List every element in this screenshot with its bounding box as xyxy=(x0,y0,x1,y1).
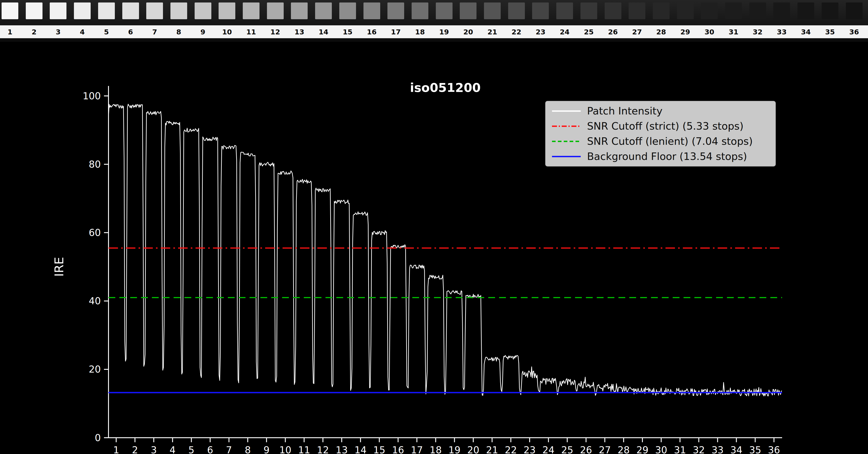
y-tick-label: 80 xyxy=(89,159,101,170)
gray-patch-2 xyxy=(26,2,42,19)
gray-patch-3 xyxy=(50,2,66,19)
gray-patch-35 xyxy=(822,2,838,19)
x-tick-label: 13 xyxy=(336,445,348,454)
legend-label: Patch Intensity xyxy=(587,105,662,117)
y-axis-title: IRE xyxy=(52,257,66,277)
y-tick-label: 40 xyxy=(89,295,101,307)
y-tick-label: 60 xyxy=(89,227,101,238)
gray-patch-31 xyxy=(725,2,742,19)
patch-number-29: 29 xyxy=(680,28,690,36)
gray-patch-8 xyxy=(170,2,187,19)
x-tick-label: 3 xyxy=(151,445,157,454)
patch-number-8: 8 xyxy=(176,28,181,36)
x-tick-label: 16 xyxy=(392,445,404,454)
x-tick-label: 22 xyxy=(505,445,517,454)
patch-number-22: 22 xyxy=(512,28,521,36)
y-tick-label: 20 xyxy=(89,364,101,375)
patch-number-23: 23 xyxy=(536,28,546,36)
patch-number-6: 6 xyxy=(128,28,133,36)
patch-number-17: 17 xyxy=(391,28,401,36)
patch-number-36: 36 xyxy=(849,28,859,36)
gray-patch-30 xyxy=(701,2,718,19)
gray-patch-16 xyxy=(364,2,380,19)
x-tick-label: 18 xyxy=(430,445,442,454)
patch-number-2: 2 xyxy=(32,28,37,36)
x-tick-label: 14 xyxy=(354,445,366,454)
patch-number-3: 3 xyxy=(56,28,61,36)
legend-entry: SNR Cutoff (strict) (5.33 stops) xyxy=(551,120,770,132)
gray-patch-33 xyxy=(773,2,790,19)
gray-patch-23 xyxy=(532,2,549,19)
chart: iso051200 020406080100123456789101112131… xyxy=(0,42,868,454)
gray-patch-22 xyxy=(508,2,525,19)
y-tick-label: 100 xyxy=(83,90,101,102)
gray-patch-6 xyxy=(122,2,139,19)
patch-number-1: 1 xyxy=(7,28,12,36)
patch-number-30: 30 xyxy=(705,28,714,36)
x-tick-label: 19 xyxy=(448,445,460,454)
x-tick-label: 11 xyxy=(298,445,310,454)
patch-number-11: 11 xyxy=(246,28,256,36)
legend-entry: SNR Cutoff (lenient) (7.04 stops) xyxy=(551,135,770,147)
gray-patch-24 xyxy=(556,2,573,19)
patch-number-14: 14 xyxy=(319,28,329,36)
gray-patch-13 xyxy=(291,2,308,19)
x-tick-label: 12 xyxy=(317,445,329,454)
gray-patch-25 xyxy=(581,2,597,19)
gray-patch-29 xyxy=(677,2,694,19)
gray-patch-17 xyxy=(388,2,404,19)
patch-number-20: 20 xyxy=(463,28,473,36)
legend-entry: Patch Intensity xyxy=(551,105,770,117)
patch-number-34: 34 xyxy=(801,28,811,36)
patch-number-7: 7 xyxy=(152,28,157,36)
x-tick-label: 26 xyxy=(580,445,592,454)
x-tick-label: 5 xyxy=(188,445,194,454)
patch-number-35: 35 xyxy=(825,28,835,36)
legend-line-sample xyxy=(551,137,582,146)
x-tick-label: 17 xyxy=(411,445,423,454)
x-tick-label: 4 xyxy=(169,445,176,454)
patch-number-25: 25 xyxy=(584,28,594,36)
gray-patch-21 xyxy=(484,2,501,19)
gray-patch-26 xyxy=(604,2,621,19)
legend-label: Background Floor (13.54 stops) xyxy=(587,150,747,163)
x-tick-label: 1 xyxy=(113,445,119,454)
legend: Patch IntensitySNR Cutoff (strict) (5.33… xyxy=(545,101,776,167)
x-tick-label: 29 xyxy=(636,445,648,454)
x-tick-label: 25 xyxy=(561,445,573,454)
gray-patch-18 xyxy=(412,2,428,19)
x-tick-label: 10 xyxy=(279,445,291,454)
legend-entry: Background Floor (13.54 stops) xyxy=(551,150,770,163)
x-tick-label: 32 xyxy=(693,445,705,454)
gray-patch-4 xyxy=(74,2,91,19)
gray-patch-27 xyxy=(629,2,645,19)
x-tick-label: 2 xyxy=(132,445,138,454)
legend-line-sample xyxy=(551,152,582,161)
patch-number-31: 31 xyxy=(728,28,738,36)
gray-patch-12 xyxy=(267,2,284,19)
patch-number-27: 27 xyxy=(632,28,642,36)
screenshot-root: 1234567891011121314151617181920212223242… xyxy=(0,0,868,454)
patch-number-26: 26 xyxy=(608,28,618,36)
y-tick-label: 0 xyxy=(95,432,101,443)
x-tick-label: 24 xyxy=(542,445,555,454)
patch-number-band: 1234567891011121314151617181920212223242… xyxy=(0,25,868,38)
patch-number-33: 33 xyxy=(777,28,786,36)
patch-number-5: 5 xyxy=(104,28,109,36)
x-tick-label: 9 xyxy=(264,445,270,454)
legend-label: SNR Cutoff (lenient) (7.04 stops) xyxy=(587,135,753,147)
gray-patch-7 xyxy=(146,2,163,19)
gray-patch-14 xyxy=(315,2,332,19)
x-tick-label: 21 xyxy=(486,445,498,454)
x-tick-label: 20 xyxy=(467,445,479,454)
x-tick-label: 30 xyxy=(655,445,667,454)
gray-patch-11 xyxy=(243,2,259,19)
gray-patch-19 xyxy=(436,2,453,19)
patch-number-24: 24 xyxy=(560,28,569,36)
x-tick-label: 28 xyxy=(618,445,629,454)
x-tick-label: 8 xyxy=(245,445,251,454)
x-tick-label: 6 xyxy=(207,445,213,454)
patch-number-19: 19 xyxy=(439,28,449,36)
patch-number-18: 18 xyxy=(415,28,425,36)
gray-patch-36 xyxy=(846,2,863,19)
